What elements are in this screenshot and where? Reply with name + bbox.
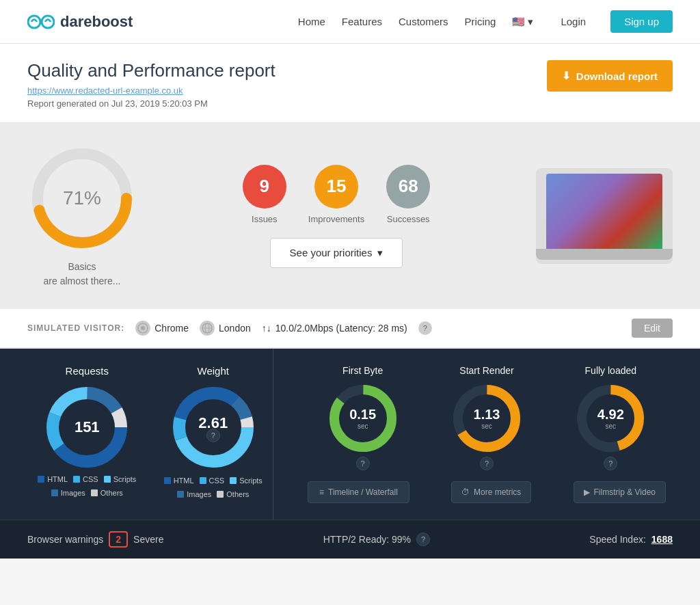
visitor-label: SIMULATED VISITOR: xyxy=(27,323,124,333)
first-byte-col: First Byte 0.15 sec ? xyxy=(301,365,425,470)
browser-warnings-label: Browser warnings xyxy=(27,534,103,545)
severe-count-badge: 2 xyxy=(109,531,128,548)
score-left: 71% Basics are almost there... xyxy=(27,144,137,288)
report-info: Quality and Performance report https://w… xyxy=(27,60,275,109)
start-render-value-label: 1.13 sec xyxy=(474,407,500,430)
improvements-label: Improvements xyxy=(308,214,364,224)
issues-label: Issues xyxy=(252,214,278,224)
fully-loaded-title: Fully loaded xyxy=(585,365,637,376)
signup-button[interactable]: Sign up xyxy=(610,10,673,33)
score-percent: 71% xyxy=(63,187,101,209)
location-name: London xyxy=(219,323,251,334)
score-donut: 71% xyxy=(27,144,137,253)
issues-badge: 9 xyxy=(243,165,286,209)
nav-pricing[interactable]: Pricing xyxy=(465,16,496,27)
visitor-bar: SIMULATED VISITOR: Chrome London ↑↓ 10.0… xyxy=(0,309,700,349)
bottom-bar: Browser warnings 2 Severe HTTP/2 Ready: … xyxy=(0,520,700,559)
weight-help-icon[interactable]: ? xyxy=(206,429,220,442)
metrics-right: First Byte 0.15 sec ? Start Ren xyxy=(273,349,700,520)
nav-customers[interactable]: Customers xyxy=(399,16,448,27)
improvements-item: 15 Improvements xyxy=(308,165,364,224)
fully-loaded-help-icon[interactable]: ? xyxy=(604,457,617,470)
score-desc-line2: are almost there... xyxy=(44,274,121,288)
requests-col: Requests 151 HTML CSS Scripts Image xyxy=(27,365,147,503)
location-icon xyxy=(200,321,215,336)
edit-visitor-button[interactable]: Edit xyxy=(632,319,673,338)
requests-legend: HTML CSS Scripts Images Others xyxy=(27,475,147,497)
nav-features[interactable]: Features xyxy=(342,16,382,27)
dropdown-chevron: ▾ xyxy=(528,16,533,28)
report-title: Quality and Performance report xyxy=(27,60,275,81)
laptop-base xyxy=(536,249,673,260)
requests-donut: 151 xyxy=(46,386,128,468)
start-render-unit: sec xyxy=(474,422,500,430)
more-metrics-label: More metrics xyxy=(474,487,521,497)
first-byte-unit: sec xyxy=(349,422,376,430)
first-byte-value-label: 0.15 sec xyxy=(349,407,376,430)
severe-label: Severe xyxy=(133,534,163,545)
svg-point-5 xyxy=(141,326,145,330)
score-circles: 9 Issues 15 Improvements 68 Successes xyxy=(243,165,430,224)
speed-index-label: Speed Index: xyxy=(589,534,646,545)
improvements-badge: 15 xyxy=(314,165,358,209)
chrome-icon xyxy=(135,321,150,336)
svg-point-1 xyxy=(42,16,54,28)
download-label: Download report xyxy=(576,70,658,82)
weight-col: Weight 2.61 MB ? HTML xyxy=(154,365,273,503)
first-byte-help-icon[interactable]: ? xyxy=(356,457,370,470)
start-render-help-icon[interactable]: ? xyxy=(480,457,494,470)
successes-item: 68 Successes xyxy=(386,165,430,224)
film-icon: ▶ xyxy=(584,487,590,497)
chevron-down-icon: ▾ xyxy=(377,247,383,259)
language-selector[interactable]: 🇺🇸 ▾ xyxy=(512,16,533,28)
login-link[interactable]: Login xyxy=(561,16,586,27)
fully-loaded-value: 4.92 xyxy=(597,407,624,422)
fully-loaded-value-label: 4.92 sec xyxy=(597,407,624,430)
logo-icon xyxy=(27,12,55,32)
metrics-section: Requests 151 HTML CSS Scripts Image xyxy=(0,349,700,520)
start-render-col: Start Render 1.13 sec ? xyxy=(425,365,548,470)
browser-name: Chrome xyxy=(154,323,189,334)
issues-item: 9 Issues xyxy=(243,165,286,224)
weight-title: Weight xyxy=(198,365,229,377)
speed-index-item: Speed Index: 1688 xyxy=(589,534,673,545)
first-byte-value: 0.15 xyxy=(349,407,376,422)
http2-label: HTTP/2 Ready: 99% xyxy=(323,534,411,545)
see-priorities-button[interactable]: See your priorities ▾ xyxy=(270,238,403,268)
score-percent-label: 71% xyxy=(63,187,101,209)
report-url[interactable]: https://www.redacted-url-example.co.uk xyxy=(27,85,275,96)
more-metrics-button[interactable]: ⏱ More metrics xyxy=(451,481,531,503)
fully-loaded-donut: 4.92 sec xyxy=(576,384,645,453)
weight-donut: 2.61 MB xyxy=(172,386,254,468)
browser-warnings-item: Browser warnings 2 Severe xyxy=(27,531,163,548)
fully-loaded-unit: sec xyxy=(597,422,624,430)
requests-value-label: 151 xyxy=(75,418,100,436)
score-description: Basics are almost there... xyxy=(44,260,121,288)
report-header: Quality and Performance report https://w… xyxy=(0,44,700,123)
logo[interactable]: dareboost xyxy=(27,12,133,32)
visitor-location: London xyxy=(200,321,251,336)
http2-help-icon[interactable]: ? xyxy=(416,533,430,546)
priorities-label: See your priorities xyxy=(290,247,373,258)
start-render-value: 1.13 xyxy=(474,407,500,422)
timeline-waterfall-button[interactable]: ≡ Timeline / Waterfall xyxy=(308,481,409,503)
nav-home[interactable]: Home xyxy=(298,16,325,27)
filmstrip-video-button[interactable]: ▶ Filmstrip & Video xyxy=(574,481,666,503)
nav-links: Home Features Customers Pricing 🇺🇸 ▾ Log… xyxy=(298,10,673,33)
visitor-browser: Chrome xyxy=(135,321,189,336)
download-icon: ⬇ xyxy=(562,70,571,82)
successes-badge: 68 xyxy=(386,165,430,209)
visitor-help-icon[interactable]: ? xyxy=(418,321,432,335)
report-date: Report generated on Jul 23, 2019 5:20:03… xyxy=(27,98,275,109)
laptop-screen xyxy=(546,174,662,249)
metrics-left: Requests 151 HTML CSS Scripts Image xyxy=(0,349,273,520)
start-render-donut: 1.13 sec xyxy=(453,384,521,453)
svg-point-0 xyxy=(28,16,40,28)
logo-text: dareboost xyxy=(60,13,133,31)
timeline-icon: ≡ xyxy=(319,487,324,497)
speed-index-value[interactable]: 1688 xyxy=(651,534,673,545)
visitor-speed: ↑↓ 10.0/2.0Mbps (Latency: 28 ms) xyxy=(262,323,407,334)
start-render-title: Start Render xyxy=(459,365,513,376)
download-report-button[interactable]: ⬇ Download report xyxy=(547,60,673,92)
clock-icon: ⏱ xyxy=(461,487,470,497)
